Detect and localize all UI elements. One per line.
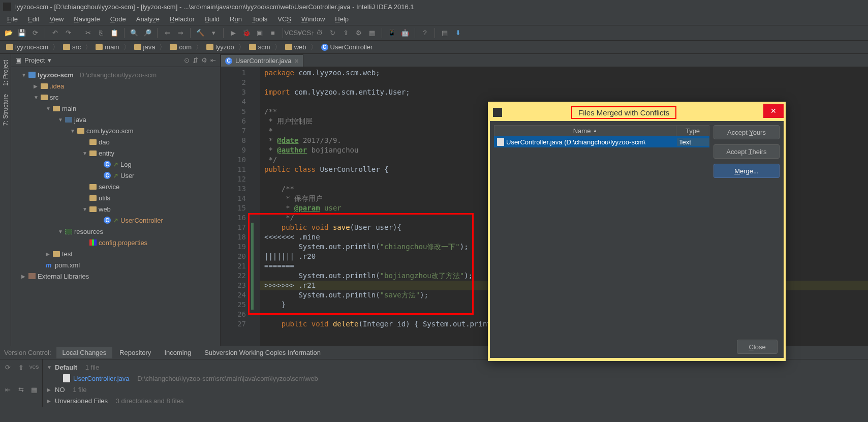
tree-service[interactable]: service: [11, 181, 220, 192]
find-icon[interactable]: 🔍: [129, 27, 140, 39]
menu-window[interactable]: Window: [297, 14, 329, 24]
sidebar-tab-structure[interactable]: 7: Structure: [1, 90, 10, 130]
structure-icon[interactable]: ▦: [366, 27, 378, 39]
vcs-commit-icon[interactable]: VCS↑: [300, 27, 312, 39]
merge-button[interactable]: Merge...: [714, 164, 780, 178]
tree-web[interactable]: ▼web: [11, 203, 220, 215]
refresh-icon[interactable]: ⟳: [29, 27, 41, 39]
sdk-icon[interactable]: 📱: [386, 27, 397, 39]
changed-file[interactable]: UserController.java D:\chiangchou\lyyzoo…: [45, 373, 866, 384]
tree-ext[interactable]: ▶External Libraries: [11, 270, 220, 282]
tab-svn-info[interactable]: Subversion Working Copies Information: [198, 347, 327, 358]
tree-dao[interactable]: dao: [11, 136, 220, 147]
hide-icon[interactable]: ⇤: [210, 56, 216, 64]
vcs-revert-icon[interactable]: ↻: [327, 27, 338, 39]
bc-root[interactable]: lyyzoo-scm: [3, 42, 51, 52]
tree-config[interactable]: config.properties: [11, 237, 220, 248]
undo-icon[interactable]: ↶: [49, 27, 60, 39]
save-icon[interactable]: 💾: [16, 27, 27, 39]
diff-icon[interactable]: ⇆: [15, 384, 26, 396]
coverage-icon[interactable]: ▣: [254, 27, 265, 39]
tree-log[interactable]: C↗Log: [11, 159, 220, 170]
bc-com[interactable]: com: [167, 42, 195, 52]
menu-navigate[interactable]: Navigate: [70, 14, 104, 24]
rollback-icon[interactable]: ⇤: [2, 384, 13, 396]
conflict-row[interactable]: UserController.java (D:\chiangchou\lyyzo…: [494, 136, 709, 147]
menu-vcs[interactable]: VCS: [273, 14, 295, 24]
tree-test[interactable]: ▶test: [11, 248, 220, 259]
vcs-push-icon[interactable]: ⇧: [340, 27, 351, 39]
accept-yours-button[interactable]: Accept Yours: [714, 125, 780, 139]
close-button[interactable]: Close: [737, 340, 778, 354]
tree-java[interactable]: ▼java: [11, 114, 220, 125]
vcs-update-icon[interactable]: VCS↓: [287, 27, 298, 39]
avd-icon[interactable]: 🤖: [399, 27, 411, 39]
col-name[interactable]: Name▲: [494, 126, 676, 136]
stop-icon[interactable]: ■: [267, 27, 278, 39]
tree-entity[interactable]: ▼entity: [11, 147, 220, 159]
menu-run[interactable]: Run: [226, 14, 246, 24]
tree-utils[interactable]: utils: [11, 192, 220, 203]
run-icon[interactable]: ▶: [228, 27, 239, 39]
menu-view[interactable]: View: [45, 14, 68, 24]
vcs-sub-icon[interactable]: VCS: [28, 361, 40, 373]
bc-java[interactable]: java: [131, 42, 159, 52]
menu-analyze[interactable]: Analyze: [132, 14, 164, 24]
bc-class[interactable]: CUserController: [318, 42, 376, 52]
tool1-icon[interactable]: ▤: [439, 27, 450, 39]
debug-icon[interactable]: 🐞: [241, 27, 252, 39]
forward-icon[interactable]: ⇒: [175, 27, 186, 39]
col-type[interactable]: Type: [676, 126, 709, 136]
bc-main[interactable]: main: [92, 42, 122, 52]
tree-pkg[interactable]: ▼com.lyyzoo.scm: [11, 125, 220, 136]
project-tree[interactable]: ▼lyyzoo-scm D:\chiangchou\lyyzoo-scm ▶.i…: [11, 67, 220, 284]
tab-repository[interactable]: Repository: [113, 347, 157, 358]
dialog-titlebar[interactable]: Files Merged with Conflicts ✕: [490, 104, 784, 121]
menu-edit[interactable]: Edit: [24, 14, 43, 24]
dialog-close-button[interactable]: ✕: [763, 104, 784, 118]
replace-icon[interactable]: 🔎: [142, 27, 153, 39]
tree-main[interactable]: ▼main: [11, 103, 220, 114]
menu-code[interactable]: Code: [106, 14, 130, 24]
help-icon[interactable]: ?: [419, 27, 430, 39]
tree-user[interactable]: C↗User: [11, 170, 220, 181]
menu-build[interactable]: Build: [201, 14, 224, 24]
tree-usercontroller[interactable]: C↗UserController: [11, 215, 220, 226]
collapse-icon[interactable]: ⊙: [184, 56, 190, 64]
open-icon[interactable]: 📂: [3, 27, 14, 39]
tab-local-changes[interactable]: Local Changes: [56, 347, 113, 358]
back-icon[interactable]: ⇐: [162, 27, 173, 39]
redo-icon[interactable]: ↷: [63, 27, 74, 39]
bc-src[interactable]: src: [60, 42, 84, 52]
paste-icon[interactable]: 📋: [109, 27, 120, 39]
tree-root[interactable]: ▼lyyzoo-scm D:\chiangchou\lyyzoo-scm: [11, 69, 220, 80]
dropdown-icon[interactable]: ▾: [48, 56, 51, 64]
settings-icon[interactable]: ⚙: [353, 27, 364, 39]
cut-icon[interactable]: ✂: [82, 27, 94, 39]
tool2-icon[interactable]: ⬇: [452, 27, 463, 39]
refresh-icon[interactable]: ⟳: [2, 361, 13, 373]
accept-theirs-button[interactable]: Accept Theirs: [714, 144, 780, 159]
copy-icon[interactable]: ⎘: [96, 27, 107, 39]
build-icon[interactable]: 🔨: [195, 27, 206, 39]
vcs-changes-tree[interactable]: ▼Default 1 file UserController.java D:\c…: [43, 359, 868, 407]
menu-file[interactable]: File: [3, 14, 22, 24]
menu-help[interactable]: Help: [331, 14, 353, 24]
commit-icon[interactable]: ⇧: [15, 361, 26, 373]
bc-lyyzoo[interactable]: lyyzoo: [203, 42, 237, 52]
bc-scm[interactable]: scm: [246, 42, 273, 52]
sidebar-tab-project[interactable]: 1: Project: [1, 56, 10, 90]
unversioned-files[interactable]: ▶Unversioned Files 3 directories and 8 f…: [45, 395, 866, 406]
tree-src[interactable]: ▼src: [11, 92, 220, 103]
run-config-icon[interactable]: ▾: [208, 27, 219, 39]
close-icon[interactable]: ×: [295, 57, 299, 65]
tree-pom[interactable]: mpom.xml: [11, 259, 220, 270]
tab-incoming[interactable]: Incoming: [158, 347, 197, 358]
gear-icon[interactable]: ⚙: [201, 56, 207, 64]
changelist-no[interactable]: ▶NO 1 file: [45, 384, 866, 395]
bc-web[interactable]: web: [282, 42, 309, 52]
menu-tools[interactable]: Tools: [248, 14, 271, 24]
tree-resources[interactable]: ▼resources: [11, 226, 220, 237]
menu-refactor[interactable]: Refactor: [166, 14, 199, 24]
changelist-default[interactable]: ▼Default 1 file: [45, 361, 866, 373]
